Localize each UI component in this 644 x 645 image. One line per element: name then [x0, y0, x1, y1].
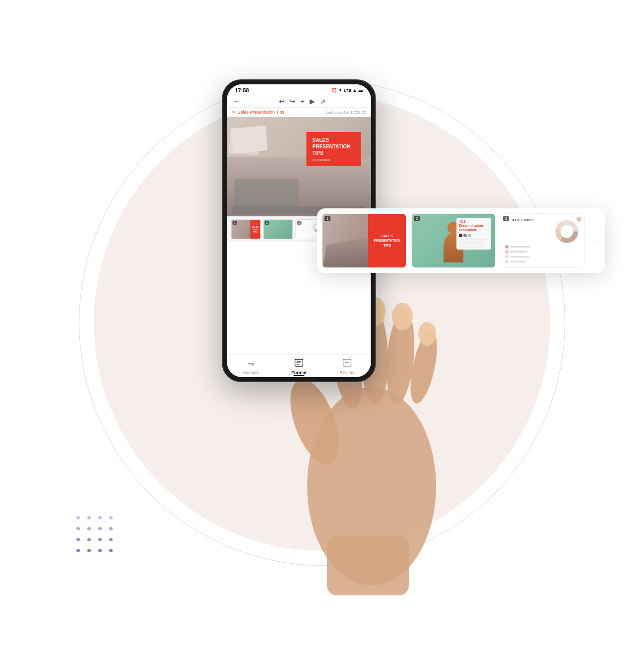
nav-format[interactable]: Format: [275, 359, 323, 375]
animate-label: Animate: [243, 370, 259, 375]
panel-slide-2-num: 2: [414, 216, 420, 221]
panel-slide-1-num: 1: [324, 216, 330, 221]
nav-animate[interactable]: ⇒ Animate: [227, 359, 275, 375]
status-icons: ⏰ ✦ LTE ▲ ▬: [331, 88, 363, 93]
redo-icon[interactable]: ↪: [290, 97, 296, 105]
last-saved-text: Last saved at 17:58:12: [326, 110, 366, 115]
slide-author: By Mia Mitzie: [313, 158, 355, 161]
review-icon: [342, 359, 351, 369]
thumbnail-2[interactable]: 2: [263, 219, 293, 239]
edit-pencil-icon: ✏: [232, 110, 236, 115]
slide-title-overlay-text: SALES PRESENTATION TIPS: [313, 137, 355, 156]
scene: SALES PRESENTATION TIPS 1 2 #3.1Discrimi…: [49, 50, 595, 595]
slide-document-title[interactable]: Sales Presentation Tips: [238, 110, 285, 115]
panel-slide-3: 3 At a Glance: [501, 213, 585, 268]
app-toolbar: ← ↩ ↪ + ▶ ⇗: [227, 95, 371, 108]
panel-slide-3-num: 3: [503, 216, 509, 221]
main-slide-area[interactable]: SALES PRESENTATION TIPS By Mia Mitzie zy…: [227, 117, 371, 216]
status-time: 17:58: [235, 87, 249, 93]
slide-title-bar: ✏ Sales Presentation Tips Last saved at …: [227, 108, 371, 117]
status-bar: 17:58 ⏰ ✦ LTE ▲ ▬: [227, 84, 371, 95]
bottom-nav: ⇒ Animate Format: [227, 354, 371, 377]
thumbnail-1[interactable]: SALES PRES TIPS 1: [231, 219, 261, 239]
dot-grid: [76, 516, 116, 556]
slide-panel: SALES PRESENTATION TIPS 1 2 #3.1Discrimi…: [317, 208, 605, 273]
panel-slide-1-title: SALES PRESENTATION TIPS: [371, 234, 403, 247]
back-icon[interactable]: ←: [233, 97, 240, 105]
format-active-indicator: [294, 375, 305, 376]
panel-slide-1: SALES PRESENTATION TIPS 1: [322, 213, 406, 268]
play-icon[interactable]: ▶: [310, 97, 315, 105]
thumb-2-num: 2: [265, 221, 269, 225]
thumb-3-num: 3: [297, 221, 302, 225]
panel-slide-2: 2 #3.1DiscriminationProhibited: [411, 213, 496, 268]
thumb-1-num: 1: [233, 221, 237, 225]
format-svg-icon: [295, 359, 304, 367]
slide-title-overlay: SALES PRESENTATION TIPS By Mia Mitzie: [307, 132, 361, 166]
nav-review[interactable]: Review: [323, 359, 371, 375]
review-svg-icon: [342, 359, 351, 367]
format-icon: [295, 359, 304, 369]
add-icon[interactable]: +: [301, 97, 305, 105]
undo-icon[interactable]: ↩: [279, 97, 285, 105]
share-icon[interactable]: ⇗: [320, 97, 326, 105]
review-label: Review: [339, 370, 354, 375]
donut-chart: [553, 218, 580, 245]
panel-slide-2-heading: #3.1DiscriminationProhibited: [459, 220, 489, 232]
panel-arrow: ›: [594, 237, 602, 245]
format-label: Format: [291, 370, 307, 375]
animate-icon: ⇒: [248, 359, 254, 369]
